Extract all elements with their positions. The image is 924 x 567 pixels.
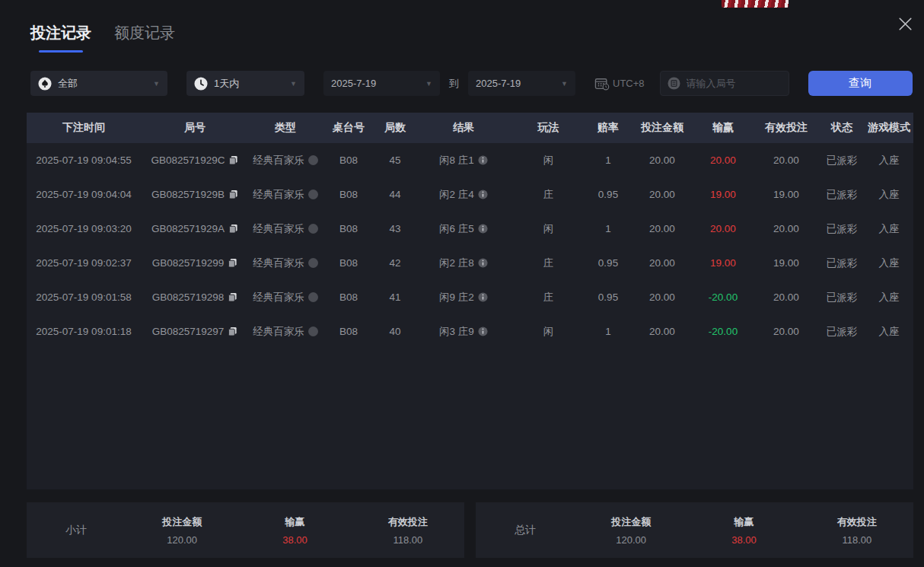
game-mode-cell: 入座 (865, 222, 913, 236)
bet-amount-cell: 20.00 (632, 189, 693, 200)
win-loss-value: 38.00 (238, 534, 351, 546)
round-id-value: GB0825719299 (152, 257, 225, 269)
info-icon[interactable] (478, 224, 488, 234)
date-to-value: 2025-7-19 (476, 78, 521, 89)
column-header: 游戏模式 (865, 121, 913, 135)
bet-time-cell: 2025-07-19 09:01:58 (27, 291, 141, 303)
round-number-cell: 41 (375, 291, 415, 303)
bet-amount-cell: 20.00 (632, 326, 693, 337)
bet-time-cell: 2025-07-19 09:02:37 (27, 257, 141, 269)
info-icon[interactable] (478, 258, 488, 268)
date-to-dropdown[interactable]: 2025-7-19 ▼ (468, 71, 575, 96)
info-icon[interactable] (478, 155, 488, 165)
clock-icon (194, 77, 208, 91)
result-value: 闲9 庄2 (439, 291, 474, 304)
bet-amount-cell: 20.00 (632, 257, 693, 269)
valid-bet-value: 118.00 (801, 534, 913, 546)
odds-cell: 1 (585, 154, 632, 166)
game-type-value: 经典百家乐 (253, 188, 304, 202)
game-preview-icon[interactable] (308, 224, 318, 234)
round-id-value: GB082571929A (151, 223, 225, 234)
round-id-value: GB082571929C (151, 154, 225, 166)
result-cell: 闲6 庄5 (415, 222, 512, 236)
column-header: 结果 (415, 121, 512, 135)
valid-bet-label: 有效投注 (801, 515, 913, 529)
info-icon[interactable] (478, 292, 488, 302)
result-cell: 闲2 庄8 (415, 256, 512, 270)
column-header: 局号 (141, 121, 249, 135)
column-header: 桌台号 (322, 121, 375, 135)
copy-icon[interactable] (228, 258, 237, 268)
game-preview-icon[interactable] (308, 292, 318, 302)
status-cell: 已派彩 (819, 325, 865, 339)
column-header: 玩法 (512, 121, 585, 135)
table-number-cell: B08 (322, 257, 375, 269)
close-button[interactable] (892, 12, 918, 38)
info-icon[interactable] (478, 190, 488, 199)
game-mode-cell: 入座 (865, 188, 913, 202)
copy-icon[interactable] (228, 190, 238, 199)
round-number-cell: 42 (375, 257, 415, 269)
valid-bet-label: 有效投注 (352, 515, 464, 529)
query-button[interactable]: 查询 (808, 71, 913, 96)
game-type-cell: 经典百家乐 (249, 291, 322, 304)
subtotal-panel: 小计 投注金额 120.00 输赢 38.00 有效投注 118.00 (27, 502, 464, 558)
column-header: 投注金额 (632, 121, 693, 135)
result-cell: 闲8 庄1 (415, 154, 512, 167)
table-header-row: 下注时间局号类型桌台号局数结果玩法赔率投注金额输赢有效投注状态游戏模式 (27, 113, 913, 143)
brand-logo (722, 0, 789, 8)
round-input-wrap (660, 71, 789, 96)
round-id-cell: GB082571929A (141, 223, 249, 234)
table-row: 2025-07-19 09:04:04 GB082571929B 经典百家乐 B… (27, 177, 913, 212)
odds-cell: 0.95 (585, 291, 632, 303)
bet-records-modal: 投注记录 额度记录 全部 ▼ 1天内 ▼ 2025-7-19 ▼ 到 (0, 0, 924, 567)
bet-time-cell: 2025-07-19 09:04:55 (27, 154, 141, 166)
result-value: 闲6 庄5 (439, 222, 474, 236)
tab-quota-records-label: 额度记录 (114, 24, 175, 41)
date-from-value: 2025-7-19 (331, 78, 376, 89)
game-preview-icon[interactable] (308, 258, 318, 268)
win-loss-cell: 19.00 (693, 257, 754, 269)
bet-amount-value: 120.00 (575, 534, 687, 546)
bet-time-cell: 2025-07-19 09:03:20 (27, 223, 141, 234)
round-number-cell: 45 (375, 154, 415, 166)
copy-icon[interactable] (228, 224, 238, 234)
odds-cell: 0.95 (585, 257, 632, 269)
round-number-cell: 40 (375, 326, 415, 337)
spade-icon (38, 77, 52, 91)
game-preview-icon[interactable] (308, 327, 318, 336)
play-cell: 闲 (512, 222, 585, 236)
result-value: 闲2 庄8 (439, 256, 474, 270)
game-type-value: 经典百家乐 (253, 291, 304, 304)
round-number-icon (668, 77, 680, 93)
time-range-dropdown[interactable]: 1天内 ▼ (186, 71, 304, 96)
round-id-cell: GB0825719297 (141, 326, 249, 337)
game-type-cell: 经典百家乐 (249, 256, 322, 270)
close-icon (896, 14, 915, 37)
game-type-cell: 经典百家乐 (249, 325, 322, 339)
calendar-icon (594, 77, 610, 91)
copy-icon[interactable] (228, 155, 238, 165)
copy-icon[interactable] (228, 292, 237, 302)
play-cell: 庄 (512, 188, 585, 202)
game-preview-icon[interactable] (308, 155, 318, 165)
game-preview-icon[interactable] (308, 190, 318, 199)
timezone-display: UTC+8 (594, 77, 645, 91)
tab-bet-records[interactable]: 投注记录 (30, 23, 91, 53)
game-type-dropdown[interactable]: 全部 ▼ (30, 71, 167, 96)
game-mode-cell: 入座 (865, 325, 913, 339)
win-loss-cell: -20.00 (693, 326, 754, 337)
game-type-value: 经典百家乐 (253, 154, 304, 167)
date-from-dropdown[interactable]: 2025-7-19 ▼ (323, 71, 440, 96)
valid-bet-cell: 19.00 (754, 189, 819, 200)
game-mode-cell: 入座 (865, 256, 913, 270)
timezone-value: UTC+8 (613, 78, 645, 89)
table-row: 2025-07-19 09:01:18 GB0825719297 经典百家乐 B… (27, 314, 913, 349)
info-icon[interactable] (478, 327, 488, 336)
result-cell: 闲9 庄2 (415, 291, 512, 304)
play-cell: 庄 (512, 291, 585, 304)
odds-cell: 0.95 (585, 189, 632, 200)
column-header: 状态 (819, 121, 865, 135)
tab-quota-records[interactable]: 额度记录 (114, 23, 175, 43)
copy-icon[interactable] (228, 327, 237, 336)
